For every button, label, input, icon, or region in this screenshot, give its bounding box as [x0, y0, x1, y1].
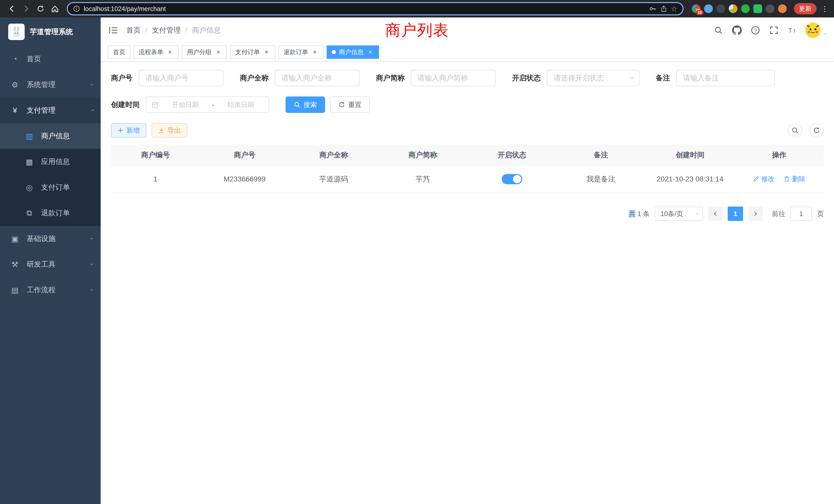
profile-avatar-icon[interactable] — [778, 4, 787, 13]
col-create-time: 创建时间 — [645, 145, 734, 165]
app-root: 芋道管理系统 ◔ 首页 ⚙ 系统管理 › ¥ 支付管理 › ▥ 商户信息 ▦ 应… — [0, 18, 834, 504]
github-icon[interactable] — [731, 25, 743, 36]
browser-refresh-button[interactable] — [34, 2, 47, 16]
export-button[interactable]: 导出 — [152, 123, 188, 138]
edit-link[interactable]: 修改 — [753, 175, 775, 183]
goto-label: 前往 — [772, 209, 785, 219]
app-logo[interactable]: 芋道管理系统 — [0, 18, 101, 46]
page-unit-label: 页 — [817, 209, 824, 219]
sidebar-item-system[interactable]: ⚙ 系统管理 › — [0, 72, 101, 97]
extension-icon[interactable] — [729, 4, 738, 13]
sidebar-item-merchant-info[interactable]: ▥ 商户信息 — [0, 123, 101, 149]
extension-icon[interactable] — [753, 4, 762, 13]
download-icon — [158, 127, 164, 134]
close-icon[interactable]: × — [311, 48, 319, 56]
avatar-dropdown-caret-icon[interactable]: › — [823, 33, 829, 35]
sidebar-item-payment[interactable]: ¥ 支付管理 › — [0, 97, 101, 123]
cell-short-name: 芋艿 — [378, 165, 467, 193]
sidebar-item-infrastructure[interactable]: ▣ 基础设施 › — [0, 226, 101, 251]
extension-icon[interactable] — [766, 4, 774, 13]
monitor-icon: ▣ — [10, 234, 20, 243]
prev-page-button[interactable] — [708, 207, 723, 221]
sidebar-collapse-button[interactable] — [101, 18, 126, 43]
extension-icon[interactable] — [704, 4, 713, 13]
cell-status — [467, 165, 556, 193]
breadcrumb-current: 商户信息 — [192, 25, 221, 35]
browser-back-button[interactable] — [5, 2, 19, 16]
bookmark-star-icon[interactable]: ☆ — [671, 5, 677, 13]
goto-page-input[interactable] — [790, 207, 812, 221]
font-size-icon[interactable]: TT — [787, 25, 798, 36]
sidebar-item-dev-tools[interactable]: ⚒ 研发工具 › — [0, 251, 101, 277]
status-toggle[interactable] — [502, 174, 522, 184]
reset-button[interactable]: 重置 — [330, 96, 370, 113]
filter-row-1: 商户号 商户全称 商户简称 开启状态 请选择开启状态 › — [111, 70, 824, 86]
merchant-no-label: 商户号 — [111, 73, 132, 83]
col-short-name: 商户简称 — [378, 145, 467, 165]
add-button[interactable]: 新增 — [111, 123, 146, 138]
merchant-table: 商户编号 商户号 商户全称 商户简称 开启状态 备注 创建时间 操作 1 M23… — [111, 145, 824, 193]
refresh-table-icon[interactable] — [809, 123, 824, 138]
refresh-icon — [338, 101, 345, 108]
full-name-input[interactable] — [275, 70, 359, 86]
tab-merchant-info[interactable]: 商户信息 × — [327, 45, 379, 59]
close-icon[interactable]: × — [215, 48, 222, 56]
col-status: 开启状态 — [467, 145, 556, 165]
close-icon[interactable]: × — [367, 48, 374, 56]
tools-icon: ⚒ — [10, 260, 20, 269]
browser-address-bar[interactable]: localhost:1024/pay/merchant ☆ — [67, 2, 683, 16]
search-icon — [294, 101, 301, 108]
user-avatar[interactable] — [805, 23, 821, 38]
sidebar-item-workflow[interactable]: ▤ 工作流程 › — [0, 277, 101, 303]
sidebar-item-app-info[interactable]: ▦ 应用信息 — [0, 149, 101, 175]
svg-text:T: T — [793, 29, 796, 33]
fullscreen-icon[interactable] — [768, 25, 780, 36]
url-text: localhost:1024/pay/merchant — [84, 5, 645, 13]
share-icon[interactable] — [660, 5, 667, 12]
tab-user-group[interactable]: 用户分组 × — [182, 45, 227, 59]
browser-menu-icon[interactable]: ⋮ — [821, 5, 829, 13]
remark-input[interactable] — [676, 70, 775, 86]
browser-home-button[interactable] — [48, 2, 62, 16]
status-select[interactable]: 请选择开启状态 › — [547, 70, 639, 86]
calendar-icon — [152, 101, 159, 108]
close-icon[interactable]: × — [263, 48, 270, 56]
sidebar-item-refund-order[interactable]: ⧉ 退款订单 — [0, 200, 101, 226]
show-search-icon[interactable] — [788, 123, 802, 138]
tab-refund-order[interactable]: 退款订单 × — [278, 45, 324, 59]
short-name-input[interactable] — [411, 70, 496, 86]
help-icon[interactable]: ? — [750, 25, 761, 36]
page-content: 商户号 商户全称 商户简称 开启状态 请选择开启状态 › — [101, 62, 834, 504]
extension-icon[interactable]: 10 — [692, 4, 701, 13]
sidebar-item-pay-order[interactable]: ◎ 支付订单 — [0, 175, 101, 200]
trash-icon — [784, 176, 790, 182]
chevron-down-icon: › — [89, 84, 96, 86]
tab-home[interactable]: 首页 — [108, 45, 130, 59]
extension-icon[interactable] — [717, 4, 725, 13]
svg-text:T: T — [788, 27, 792, 34]
page-size-select[interactable]: 10条/页 › — [655, 207, 703, 221]
status-label: 开启状态 — [512, 73, 541, 83]
tab-process-form[interactable]: 流程表单 × — [133, 45, 179, 59]
col-merchant-id: 商户编号 — [111, 145, 200, 165]
browser-update-button[interactable]: 更新 — [794, 3, 816, 14]
page-info-icon[interactable] — [73, 5, 80, 12]
create-time-range-picker[interactable]: 开始日期 - 结束日期 — [146, 96, 269, 113]
merchant-no-input[interactable] — [139, 70, 223, 86]
page-number-button[interactable]: 1 — [728, 207, 743, 221]
password-key-icon[interactable] — [649, 5, 657, 13]
browser-forward-button[interactable] — [20, 2, 33, 16]
extension-icon[interactable] — [741, 4, 750, 13]
tab-pay-order[interactable]: 支付订单 × — [230, 45, 275, 59]
col-merchant-no: 商户号 — [200, 145, 289, 165]
next-page-button[interactable] — [748, 207, 763, 221]
table-tools — [788, 123, 824, 138]
search-icon[interactable] — [713, 25, 724, 36]
breadcrumb-home[interactable]: 首页 — [126, 25, 141, 35]
grid-icon: ▦ — [25, 157, 34, 166]
sidebar-item-home[interactable]: ◔ 首页 — [0, 46, 101, 72]
delete-link[interactable]: 删除 — [784, 175, 805, 183]
close-icon[interactable]: × — [167, 48, 174, 56]
breadcrumb-section[interactable]: 支付管理 — [152, 25, 181, 35]
search-button[interactable]: 搜索 — [286, 96, 325, 113]
